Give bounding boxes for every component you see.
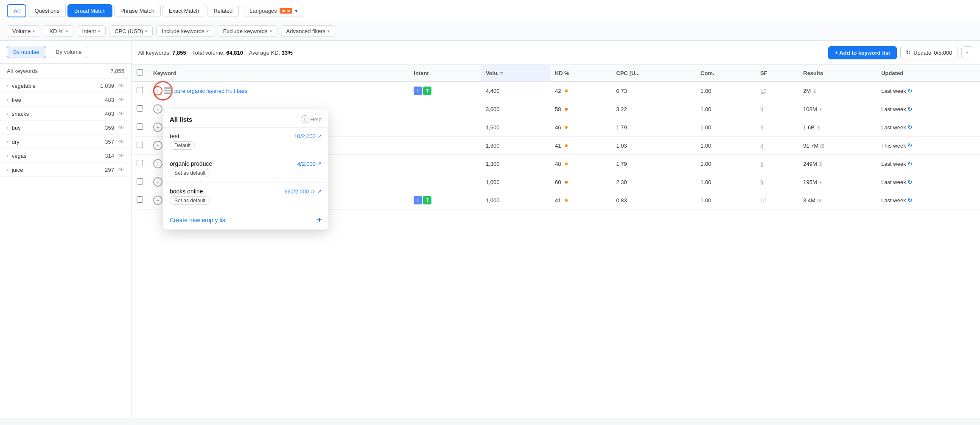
results-serp-icon[interactable]: ⊞ [818,106,823,112]
include-keywords-filter[interactable]: Include keywords ▾ [156,25,214,37]
eye-icon[interactable]: 👁 [118,110,124,117]
results-serp-icon[interactable]: ⊞ [820,143,824,149]
sf-cell: 9 [755,173,798,191]
volume-filter[interactable]: Volume ▾ [7,25,40,37]
results-serp-icon[interactable]: ⊞ [817,198,821,204]
eye-icon[interactable]: 👁 [118,124,124,131]
results-serp-icon[interactable]: ⊞ [818,161,823,167]
tab-broad-match[interactable]: Broad Match [67,4,112,17]
refresh-icon[interactable]: ↻ [907,179,913,185]
refresh-icon[interactable]: ↻ [907,160,913,167]
row-checkbox-cell[interactable] [132,137,148,155]
intent-cell: IT [409,191,481,210]
intent-cell [409,155,481,173]
chevron-right-icon: › [7,139,8,144]
update-button[interactable]: ↻ Update 0/5,000 [900,46,958,59]
table-header-kd[interactable]: KD % [550,65,611,81]
eye-icon[interactable]: 👁 [118,138,124,145]
sidebar-item-buy[interactable]: › buy 359 👁 [0,121,131,135]
row-checkbox-cell[interactable] [132,173,148,191]
kd-filter[interactable]: KD % ▾ [44,25,73,37]
tab-questions[interactable]: Questions [28,5,66,17]
table-header-updated[interactable]: Updated [876,65,980,81]
tab-all[interactable]: All [7,4,26,17]
add-to-list-icon[interactable]: + [153,86,162,95]
cpc-cell: 3.22 [611,100,696,118]
row-checkbox[interactable] [137,105,143,112]
keyword-link[interactable]: pure organic layered fruit bars [174,88,248,94]
kd-dot: ● [564,142,568,149]
refresh-icon[interactable]: ↻ [907,106,913,112]
sidebar-item-dry[interactable]: › dry 357 👁 [0,135,131,149]
table-header-com[interactable]: Com. [695,65,755,81]
table-header-sf[interactable]: SF [755,65,798,81]
refresh-icon: ↻ [906,49,911,56]
row-checkbox-cell[interactable] [132,100,148,118]
sidebar-item-count: 359 [105,125,114,131]
intent-filter[interactable]: Intent ▾ [77,25,106,37]
sidebar-item-vegetable[interactable]: › vegetable 1,039 👁 [0,79,131,93]
by-volume-button[interactable]: By volume [50,46,88,58]
add-to-list-icon[interactable]: + [153,141,162,150]
sidebar-item-vegas[interactable]: › vegas 314 👁 [0,149,131,163]
results-serp-icon[interactable]: ⊞ [816,125,820,131]
refresh-icon[interactable]: ↻ [907,142,913,149]
row-checkbox[interactable] [137,142,143,148]
sidebar-item-juice[interactable]: › juice 297 👁 [0,163,131,177]
keyword-cell: + [148,137,409,155]
list-rows-icon[interactable] [164,87,173,94]
row-checkbox[interactable] [137,160,143,166]
languages-dropdown[interactable]: Languages beta ▾ [244,5,303,17]
row-checkbox[interactable] [137,196,143,203]
results-serp-icon[interactable]: ⊞ [818,179,823,185]
by-number-button[interactable]: By number [7,46,46,58]
row-checkbox[interactable] [137,178,143,185]
row-checkbox-cell[interactable] [132,191,148,210]
sidebar-item-label: dry [12,139,20,145]
add-to-list-icon[interactable]: + [153,123,162,132]
row-checkbox[interactable] [137,123,143,130]
tab-exact-match[interactable]: Exact Match [162,5,206,17]
refresh-icon[interactable]: ↻ [907,124,913,131]
exclude-keywords-filter[interactable]: Exclude keywords ▾ [218,25,277,37]
row-checkbox-cell[interactable] [132,81,148,100]
add-to-list-icon[interactable]: + [153,104,162,114]
table-header-select-all[interactable] [132,65,148,81]
sidebar-view-toggle: By number By volume [0,41,131,64]
add-to-keyword-list-button[interactable]: + Add to keyword list [828,46,897,59]
com-cell: 1.00 [695,100,755,118]
sidebar-item-label: vegas [12,153,27,159]
export-button[interactable]: ↑ [961,46,974,59]
tab-related[interactable]: Related [207,5,239,17]
eye-icon[interactable]: 👁 [118,96,124,103]
keyword-link[interactable]: pure organic layered fruit bar [164,197,235,204]
table-header-volume[interactable]: Volu. ≡ [481,65,550,81]
avg-kd-value: 33% [282,50,293,56]
add-to-list-icon[interactable]: + [153,177,162,187]
eye-icon[interactable]: 👁 [118,82,124,89]
eye-icon[interactable]: 👁 [118,166,124,173]
tab-bar: All Questions Broad Match Phrase Match E… [0,0,980,22]
table-header-results[interactable]: Results [798,65,876,81]
eye-icon[interactable]: 👁 [118,152,124,159]
results-cell: 195M ⊞ [798,173,876,191]
select-all-checkbox[interactable] [137,69,143,75]
table-header-cpc[interactable]: CPC (U... [611,65,696,81]
results-serp-icon[interactable]: ⊞ [812,88,817,94]
row-checkbox-cell[interactable] [132,118,148,137]
intent-cell: IT [409,81,481,100]
refresh-icon[interactable]: ↻ [907,87,913,94]
sidebar-item-snacks[interactable]: › snacks 403 👁 [0,107,131,121]
advanced-filter[interactable]: Advanced filters ▾ [281,25,336,37]
sidebar-item-tree[interactable]: › tree 483 👁 [0,93,131,107]
kd-cell: 41 ● [550,137,611,155]
add-to-list-icon[interactable]: + [153,159,162,168]
table-row: + pure organic layered fruit bar » IT 1,… [132,191,980,210]
row-checkbox-cell[interactable] [132,155,148,173]
tab-phrase-match[interactable]: Phrase Match [114,5,161,17]
row-checkbox[interactable] [137,87,143,93]
add-to-list-icon[interactable]: + [153,196,162,205]
cpc-filter[interactable]: CPC (USD) ▾ [109,25,153,37]
refresh-icon[interactable]: ↻ [907,197,913,204]
total-volume-value: 64,810 [226,50,243,56]
